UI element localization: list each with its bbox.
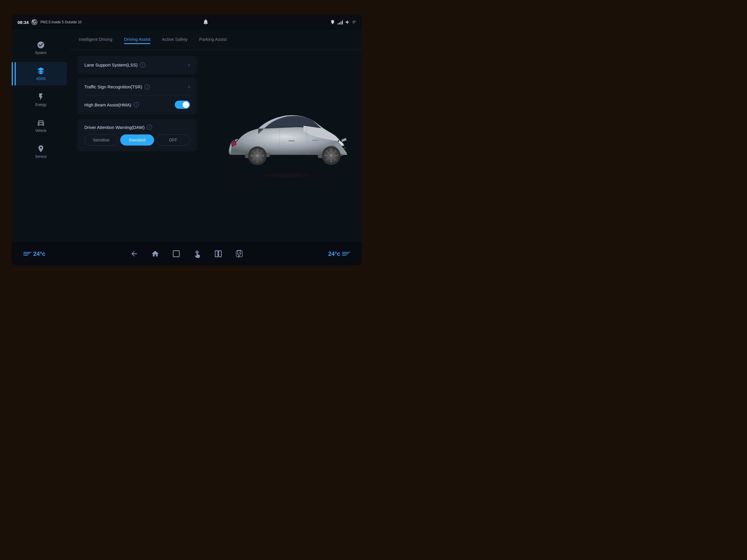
power-button[interactable] — [234, 248, 244, 259]
lss-info-icon[interactable]: i — [140, 62, 145, 68]
svg-rect-25 — [173, 251, 179, 257]
tab-intelligent-driving[interactable]: Intelligent Driving — [79, 37, 112, 43]
hma-title: High Beam Assist(HMA) i — [84, 102, 139, 107]
split-view-button[interactable] — [213, 248, 224, 259]
tsr-chevron: › — [188, 84, 190, 90]
sidebar-item-service[interactable]: Service — [15, 140, 67, 163]
temp-waves-right — [342, 252, 350, 256]
hma-row: High Beam Assist(HMA) i — [84, 101, 190, 109]
temp-waves-left — [23, 252, 31, 256]
status-center — [82, 19, 330, 26]
status-time: 08:34 — [18, 20, 29, 25]
svg-point-13 — [330, 154, 333, 157]
daw-off-btn[interactable]: OFF — [156, 134, 190, 145]
sidebar-adas-label: ADAS — [36, 77, 46, 81]
sidebar: System ADAS Energy — [12, 30, 70, 242]
active-indicator — [15, 62, 16, 85]
sidebar-item-vehicle[interactable]: Vehicle — [15, 114, 67, 137]
sidebar-item-system[interactable]: System — [15, 36, 67, 59]
volume-icon — [345, 20, 351, 25]
gesture-button[interactable] — [192, 248, 203, 259]
energy-icon — [37, 93, 45, 101]
refresh-icon — [31, 19, 37, 25]
tab-parking-assist[interactable]: Parking Assist — [199, 37, 227, 43]
hma-toggle[interactable] — [175, 101, 190, 109]
sidebar-energy-label: Energy — [35, 103, 46, 107]
svg-rect-26 — [215, 251, 218, 257]
bottom-bar: 24°c — [12, 242, 362, 265]
daw-card: Driver Attention Warning(DAW) i Sensitiv… — [77, 119, 197, 151]
screen: 08:34 PM2.5 Inside 5 Outside 10 — [12, 15, 362, 265]
service-icon — [37, 145, 45, 153]
daw-title: Driver Attention Warning(DAW) i — [84, 125, 190, 130]
sidebar-system-label: System — [35, 51, 47, 55]
sidebar-item-energy[interactable]: Energy — [15, 88, 67, 111]
car-display — [204, 50, 362, 242]
vehicle-icon — [37, 119, 45, 127]
home-button[interactable] — [150, 248, 160, 259]
lss-chevron: › — [188, 62, 190, 68]
tab-active-safety[interactable]: Active Safety — [162, 37, 188, 43]
temperature-status: 0° — [353, 20, 356, 24]
tab-bar: Intelligent Driving Driving Assist Activ… — [70, 30, 362, 50]
svg-rect-27 — [218, 251, 221, 257]
daw-sensitive-btn[interactable]: Sensitive — [84, 134, 118, 145]
daw-standard-btn[interactable]: Standard — [120, 134, 154, 145]
adas-icon — [37, 67, 45, 75]
main-content: System ADAS Energy — [12, 30, 362, 242]
lss-title: Lane Support System(LSS) i — [84, 62, 145, 68]
tsr-info-icon[interactable]: i — [145, 84, 150, 89]
svg-rect-23 — [312, 140, 319, 141]
svg-point-1 — [39, 123, 40, 124]
status-right: 0° — [330, 20, 356, 25]
recent-apps-button[interactable] — [171, 248, 181, 259]
lss-card[interactable]: Lane Support System(LSS) i › — [77, 56, 197, 74]
back-button[interactable] — [129, 248, 139, 259]
sidebar-item-adas[interactable]: ADAS — [15, 62, 67, 85]
temp-right: 24°c — [328, 250, 350, 257]
svg-point-2 — [42, 123, 43, 124]
svg-point-21 — [256, 154, 259, 158]
lss-row: Lane Support System(LSS) i › — [84, 62, 190, 68]
right-panel: Intelligent Driving Driving Assist Activ… — [70, 30, 362, 242]
temp-left: 24°c — [23, 250, 45, 257]
tsr-row: Traffic Sign Recognition(TSR) i › — [84, 84, 190, 96]
daw-info-icon[interactable]: i — [147, 125, 152, 130]
tsr-title: Traffic Sign Recognition(TSR) i — [84, 84, 150, 89]
signal-bars — [338, 20, 343, 25]
svg-point-3 — [228, 169, 344, 181]
hma-info-icon[interactable]: i — [134, 102, 139, 107]
settings-panel: Lane Support System(LSS) i › Traffic Sig… — [70, 50, 204, 242]
daw-options: Sensitive Standard OFF — [84, 134, 190, 145]
bottom-nav — [129, 248, 244, 259]
status-left: 08:34 PM2.5 Inside 5 Outside 10 — [18, 19, 82, 25]
content-area: Lane Support System(LSS) i › Traffic Sig… — [70, 50, 362, 242]
toggle-knob — [183, 102, 189, 108]
svg-rect-22 — [288, 140, 295, 141]
pm25-display: PM2.5 Inside 5 Outside 10 — [40, 20, 81, 24]
sidebar-vehicle-label: Vehicle — [35, 129, 47, 133]
status-bar: 08:34 PM2.5 Inside 5 Outside 10 — [12, 15, 362, 30]
system-icon — [37, 41, 45, 49]
sidebar-service-label: Service — [35, 155, 47, 159]
car-svg — [207, 97, 359, 184]
car-image — [207, 97, 359, 196]
tsr-hma-card: Traffic Sign Recognition(TSR) i › High B… — [77, 78, 197, 115]
location-icon — [330, 20, 335, 25]
tab-driving-assist[interactable]: Driving Assist — [124, 37, 150, 43]
notification-icon[interactable] — [203, 19, 209, 26]
svg-rect-24 — [344, 147, 346, 149]
